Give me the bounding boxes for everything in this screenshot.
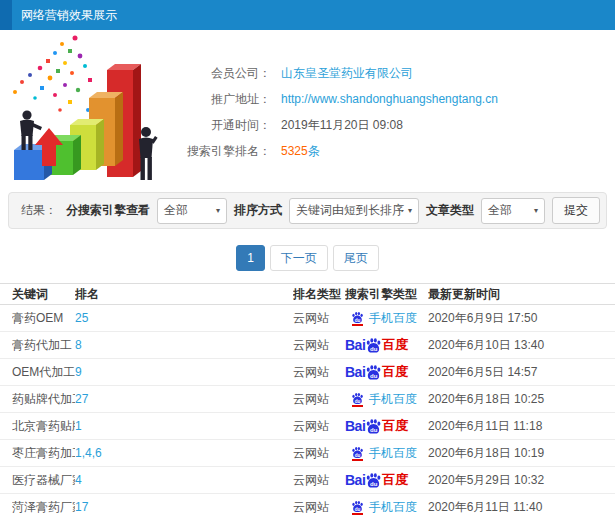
rank-type-cell: 云网站: [293, 391, 345, 408]
updated-time-cell: 2020年6月10日 13:40: [428, 337, 615, 354]
column-header-2: 排名类型: [293, 286, 345, 303]
article-type-label: 文章类型: [426, 202, 474, 219]
rank-link[interactable]: 8: [75, 338, 293, 352]
keyword-cell: 北京膏药贴牌: [12, 418, 75, 435]
next-page-button[interactable]: 下一页: [270, 245, 328, 271]
caret-down-icon: ▾: [216, 206, 220, 215]
table-row: OEM代加工9云网站Baidu百度2020年6月5日 14:57: [0, 359, 615, 386]
promo-url-label: 推广地址：: [185, 91, 271, 108]
baidu-logo-icon: Baidu百度: [345, 363, 428, 381]
keyword-cell: 医疗器械厂家: [12, 472, 75, 489]
rank-count: 5325: [281, 144, 308, 158]
table-row: 菏泽膏药厂家17云网站du手机百度2020年6月11日 11:40: [0, 494, 615, 520]
svg-text:du: du: [370, 426, 378, 432]
keyword-cell: 膏药OEM: [12, 310, 75, 327]
baidu-logo-icon: Baidu百度: [345, 336, 428, 354]
rank-type-cell: 云网站: [293, 472, 345, 489]
page-1-button[interactable]: 1: [236, 245, 265, 271]
updated-time-cell: 2020年6月11日 11:40: [428, 499, 615, 516]
pagination: 1 下一页 尾页: [0, 245, 615, 271]
engine-select-value: 全部: [164, 202, 188, 219]
column-header-4: 最新更新时间: [428, 286, 615, 303]
rank-link[interactable]: 4: [75, 473, 293, 487]
title-bar: 网络营销效果展示: [0, 0, 615, 30]
promo-url-link[interactable]: http://www.shandonghuangshengtang.cn: [281, 92, 498, 106]
result-label: 结果：: [21, 202, 57, 219]
rank-type-cell: 云网站: [293, 445, 345, 462]
filter-panel: 结果： 分搜索引擎查看 全部 ▾ 排序方式 关键词由短到长排序 ▾ 文章类型 全…: [8, 192, 607, 229]
updated-time-cell: 2020年6月18日 10:19: [428, 445, 615, 462]
promo-url-row: 推广地址： http://www.shandonghuangshengtang.…: [185, 86, 498, 112]
member-company-row: 会员公司： 山东皇圣堂药业有限公司: [185, 60, 498, 86]
table-row: 枣庄膏药加工1,4,6云网站du手机百度2020年6月18日 10:19: [0, 440, 615, 467]
table-row: 药贴牌代加工27云网站du手机百度2020年6月18日 10:25: [0, 386, 615, 413]
table-row: 膏药代加工8云网站Baidu百度2020年6月10日 13:40: [0, 332, 615, 359]
open-time-row: 开通时间： 2019年11月20日 09:08: [185, 112, 498, 138]
svg-text:du: du: [370, 345, 378, 351]
member-company-label: 会员公司：: [185, 65, 271, 82]
svg-text:du: du: [355, 452, 361, 457]
updated-time-cell: 2020年6月18日 10:25: [428, 391, 615, 408]
article-type-select[interactable]: 全部 ▾: [481, 198, 545, 224]
rank-type-cell: 云网站: [293, 337, 345, 354]
company-info-section: 会员公司： 山东皇圣堂药业有限公司 推广地址： http://www.shand…: [0, 30, 615, 190]
rank-type-cell: 云网站: [293, 418, 345, 435]
rank-link[interactable]: 1,4,6: [75, 446, 293, 460]
submit-button[interactable]: 提交: [552, 197, 600, 224]
table-row: 北京膏药贴牌1云网站Baidu百度2020年6月11日 11:18: [0, 413, 615, 440]
businessman-right: [139, 127, 158, 180]
filter-controls: 分搜索引擎查看 全部 ▾ 排序方式 关键词由短到长排序 ▾ 文章类型 全部 ▾ …: [66, 197, 600, 224]
sort-select[interactable]: 关键词由短到长排序 ▾: [289, 198, 419, 224]
sort-select-value: 关键词由短到长排序: [296, 202, 404, 219]
engine-rank-value: 5325条: [281, 143, 320, 160]
article-type-select-value: 全部: [488, 202, 512, 219]
baidu-logo-icon: Baidu百度: [345, 417, 428, 435]
engine-filter-label: 分搜索引擎查看: [66, 202, 150, 219]
column-header-3: 搜索引擎类型: [345, 286, 428, 303]
table-row: 膏药OEM25云网站du手机百度2020年6月9日 17:50: [0, 305, 615, 332]
engine-select[interactable]: 全部 ▾: [157, 198, 227, 224]
title-bar-accent: [0, 0, 12, 30]
sort-filter-label: 排序方式: [234, 202, 282, 219]
rank-link[interactable]: 9: [75, 365, 293, 379]
page-title: 网络营销效果展示: [21, 7, 117, 24]
open-time-label: 开通时间：: [185, 117, 271, 134]
keyword-cell: 膏药代加工: [12, 337, 75, 354]
caret-down-icon: ▾: [534, 206, 538, 215]
table-row: 医疗器械厂家4云网站Baidu百度2020年5月29日 10:32: [0, 467, 615, 494]
rank-type-cell: 云网站: [293, 364, 345, 381]
baidu-logo-icon: Baidu百度: [345, 471, 428, 489]
member-company-link[interactable]: 山东皇圣堂药业有限公司: [281, 65, 413, 82]
updated-time-cell: 2020年6月11日 11:18: [428, 418, 615, 435]
rank-unit: 条: [308, 144, 320, 158]
keyword-cell: 药贴牌代加工: [12, 391, 75, 408]
rank-type-cell: 云网站: [293, 310, 345, 327]
updated-time-cell: 2020年6月5日 14:57: [428, 364, 615, 381]
table-header-row: 关键词排名排名类型搜索引擎类型最新更新时间: [0, 283, 615, 305]
updated-time-cell: 2020年5月29日 10:32: [428, 472, 615, 489]
rank-link[interactable]: 27: [75, 392, 293, 406]
caret-down-icon: ▾: [408, 206, 412, 215]
svg-text:du: du: [370, 372, 378, 378]
rank-link[interactable]: 25: [75, 311, 293, 325]
table-body: 膏药OEM25云网站du手机百度2020年6月9日 17:50膏药代加工8云网站…: [0, 305, 615, 520]
rank-type-cell: 云网站: [293, 499, 345, 516]
updated-time-cell: 2020年6月9日 17:50: [428, 310, 615, 327]
mobile-baidu-icon: du手机百度: [345, 310, 428, 327]
rank-link[interactable]: 1: [75, 419, 293, 433]
mobile-baidu-icon: du手机百度: [345, 445, 428, 462]
last-page-button[interactable]: 尾页: [333, 245, 379, 271]
keyword-cell: 菏泽膏药厂家: [12, 499, 75, 516]
mobile-baidu-icon: du手机百度: [345, 499, 428, 516]
mobile-baidu-icon: du手机百度: [345, 391, 428, 408]
keyword-cell: OEM代加工: [12, 364, 75, 381]
svg-text:du: du: [355, 317, 361, 322]
svg-text:du: du: [355, 506, 361, 511]
engine-rank-label: 搜索引擎排名：: [185, 143, 271, 160]
engine-rank-row: 搜索引擎排名： 5325条: [185, 138, 498, 164]
svg-text:du: du: [370, 480, 378, 486]
company-info-list: 会员公司： 山东皇圣堂药业有限公司 推广地址： http://www.shand…: [185, 30, 498, 190]
column-header-1: 排名: [75, 286, 293, 303]
rank-link[interactable]: 17: [75, 500, 293, 514]
keyword-cell: 枣庄膏药加工: [12, 445, 75, 462]
